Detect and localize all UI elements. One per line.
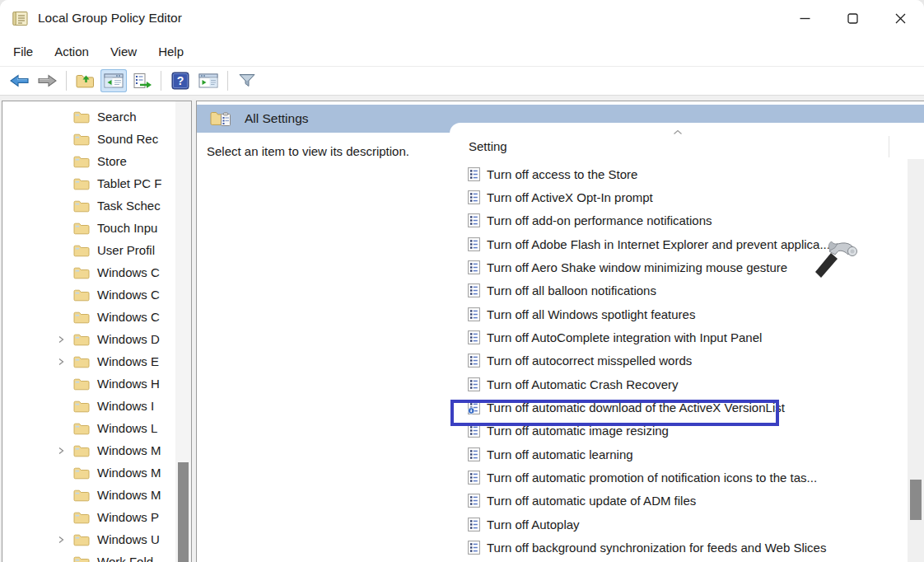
tree-item[interactable]: Tablet PC F [2,172,175,194]
filter-button[interactable] [234,69,260,92]
setting-row[interactable]: Turn off automatic learning [450,443,908,466]
setting-icon [468,541,480,555]
tree-item-label: Windows E [97,354,159,368]
setting-row[interactable]: Turn off add-on performance notification… [450,209,908,232]
setting-row[interactable]: Turn off automatic promotion of notifica… [450,466,908,489]
tree-item[interactable]: Windows C [2,306,175,328]
setting-label: Turn off automatic promotion of notifica… [487,471,817,485]
policy-scroll-icon [12,9,30,27]
tree-item[interactable]: Windows I [2,395,175,417]
tree-item-label: Windows C [97,265,160,279]
setting-row[interactable]: Turn off Automatic Crash Recovery [450,372,908,396]
tree-item[interactable]: Windows M [2,484,175,506]
help-button[interactable]: ? [167,69,194,92]
tree-item[interactable]: Windows E [2,350,175,372]
setting-row[interactable]: Turn off all Windows spotlight features [450,302,908,325]
toolbar-separator [66,71,67,91]
tree-item[interactable]: User Profil [2,239,175,261]
setting-row[interactable]: Turn off ActiveX Opt-In prompt [450,185,908,208]
setting-icon [468,330,480,344]
setting-row[interactable]: Turn off AutoComplete integration with I… [450,325,908,349]
expand-chevron-icon[interactable] [57,335,73,344]
tree-scrollbar[interactable] [175,101,191,562]
setting-icon [468,400,480,414]
tree-item[interactable]: Work Fold [2,550,175,562]
sort-up-chevron-icon[interactable] [673,129,683,135]
setting-icon [468,377,480,391]
expand-chevron-icon[interactable] [57,358,73,366]
tree-item[interactable]: Windows C [2,261,175,283]
setting-row[interactable]: Turn off automatic image resizing [450,419,908,443]
minimize-button[interactable] [781,0,828,36]
up-one-level-button[interactable] [72,69,99,92]
setting-label: Turn off automatic update of ADM files [487,494,696,508]
show-hide-console-tree-button[interactable] [100,69,127,92]
setting-icon [468,471,480,485]
tree-item[interactable]: Search [2,105,175,128]
setting-row[interactable]: Turn off access to the Store [450,162,908,185]
list-scrollbar[interactable] [908,159,924,562]
menu-item-view[interactable]: View [100,44,147,59]
menu-item-file[interactable]: File [0,44,44,59]
tree-item-label: Sound Rec [97,132,158,146]
export-list-button[interactable] [128,69,155,92]
folder-icon [73,288,90,302]
folder-icon [73,199,90,213]
tree-item[interactable]: Sound Rec [2,128,175,150]
close-button[interactable] [876,0,924,36]
all-settings-icon [210,110,231,129]
setting-icon [468,190,480,204]
setting-label: Turn off all balloon notifications [487,283,656,297]
folder-icon [73,244,90,257]
setting-row[interactable]: Turn off automatic update of ADM files [450,489,908,513]
tree-item[interactable]: Touch Inpu [2,217,175,239]
tree-item[interactable]: Windows H [2,372,175,395]
forward-arrow-icon [37,73,58,89]
tree-item-label: Windows M [97,488,161,502]
back-button[interactable] [6,69,32,92]
folder-icon [73,555,90,562]
setting-row[interactable]: Turn off background synchronization for … [450,536,908,560]
list-scrollbar-thumb[interactable] [910,480,922,520]
tree-item[interactable]: Windows U [2,528,175,550]
tree-item[interactable]: Windows D [2,328,175,350]
folder-icon [73,355,90,368]
tree-item[interactable]: Windows M [2,439,175,461]
setting-label: Turn off background synchronization for … [487,541,826,555]
title-bar: Local Group Policy Editor [0,0,924,36]
tree-item[interactable]: Windows L [2,417,175,439]
tree-item[interactable]: Windows C [2,283,175,306]
tree-item-label: Work Fold [97,555,153,562]
folder-icon [73,444,90,457]
tree-item-label: Windows M [97,466,161,480]
expand-chevron-icon[interactable] [57,536,73,544]
forward-button[interactable] [34,69,60,92]
tree-item[interactable]: Store [2,150,175,172]
setting-row[interactable]: Turn off Autoplay [450,513,908,536]
console-tree-pane: Search Sound Rec Store Tablet PC F [2,101,192,562]
tree-item[interactable]: Task Schec [2,194,175,217]
setting-row[interactable]: Turn off all balloon notifications [450,279,908,302]
folder-icon [73,400,90,413]
show-hide-action-pane-button[interactable] [195,69,222,92]
setting-row[interactable]: Turn off automatic download of the Activ… [450,396,908,419]
tree-item[interactable]: Windows M [2,461,175,484]
menu-item-action[interactable]: Action [44,44,100,59]
folder-icon [73,177,90,190]
setting-label: Turn off add-on performance notification… [487,213,712,227]
menu-item-help[interactable]: Help [147,44,194,59]
expand-chevron-icon[interactable] [57,447,73,455]
setting-icon [468,167,480,181]
tree-item-label: Windows I [97,399,154,413]
column-header-setting[interactable]: Setting [469,139,507,153]
tree-scrollbar-thumb[interactable] [178,462,189,562]
setting-row[interactable]: Turn off autocorrect misspelled words [450,349,908,372]
maximize-button[interactable] [828,0,876,36]
description-text: Select an item to view its description. [207,144,409,158]
setting-icon [468,260,480,274]
tree-item[interactable]: Windows P [2,506,175,528]
folder-icon [73,110,90,124]
setting-icon [468,424,480,438]
folder-icon [73,533,90,546]
toolbar-separator [227,71,228,91]
